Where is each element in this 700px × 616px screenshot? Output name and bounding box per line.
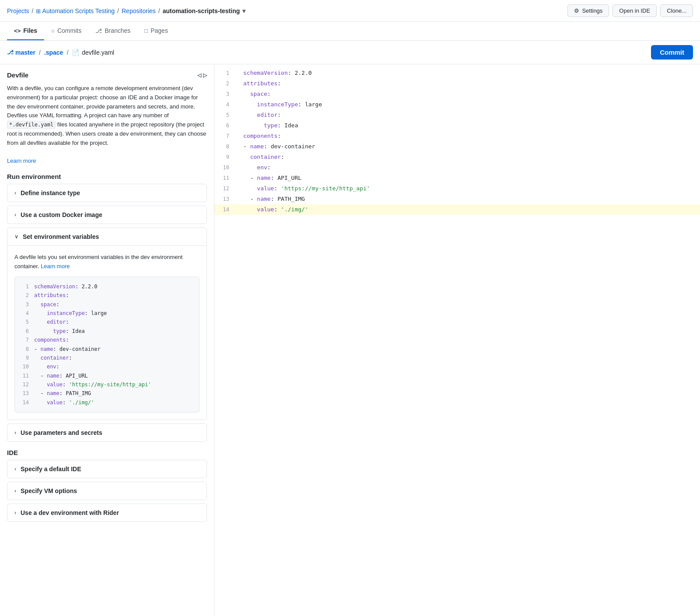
ide-heading: IDE xyxy=(7,449,207,456)
code-line-6: 6 type: Idea xyxy=(214,120,700,131)
code-line-13: 13 - name: PATH_IMG xyxy=(214,194,700,204)
code-line-3: 3 space: xyxy=(214,89,700,99)
mini-code-line-11: 11 - name: API_URL xyxy=(20,371,194,380)
accordion-env-vars-content: A devfile lets you set environment varia… xyxy=(7,246,206,420)
run-env-heading: Run environment xyxy=(7,173,207,180)
breadcrumb: Projects / ⊞ Automation Scripts Testing … xyxy=(7,7,245,14)
chevron-right-icon-3: › xyxy=(14,430,16,436)
accordion-vm-options-header[interactable]: › Specify VM options xyxy=(7,482,206,500)
mini-code-line-3: 3 space: xyxy=(20,300,194,309)
tab-commits[interactable]: ○ Commits xyxy=(44,22,88,40)
settings-icon: ⚙ xyxy=(574,7,579,14)
code-line-5: 5 editor: xyxy=(214,110,700,120)
sep1: / xyxy=(32,7,34,14)
file-path-bar: ⎇ master / .space / 📄 devfile.yaml Commi… xyxy=(0,41,700,64)
accordion-custom-docker: › Use a custom Docker image xyxy=(7,206,207,224)
code-line-14: 14 value: './img/' xyxy=(214,204,700,215)
space-name: .space xyxy=(44,49,63,56)
accordion-custom-docker-header[interactable]: › Use a custom Docker image xyxy=(7,206,206,224)
mini-code-line-7: 7components: xyxy=(20,336,194,344)
commits-icon: ○ xyxy=(51,28,55,34)
top-actions: ⚙ Settings Open in IDE Clone... xyxy=(567,4,693,17)
code-line-10: 10 env: xyxy=(214,162,700,173)
path-sep: / xyxy=(39,49,41,56)
chevron-right-icon-2: › xyxy=(14,212,16,218)
code-snippet-inline: *.devfile.yaml xyxy=(7,121,56,129)
files-icon: <> xyxy=(14,28,21,34)
mini-code-line-13: 13 - name: PATH_IMG xyxy=(20,389,194,398)
sep3: / xyxy=(158,7,160,14)
panel-description: With a devfile, you can configure a remo… xyxy=(7,84,207,166)
chevron-right-icon: › xyxy=(14,190,16,196)
mini-code-line-6: 6 type: Idea xyxy=(20,327,194,336)
project-icon: ⊞ xyxy=(36,8,41,14)
accordion-default-ide-header[interactable]: › Specify a default IDE xyxy=(7,460,206,478)
code-line-2: 2 attributes: xyxy=(214,78,700,89)
accordion-env-vars: ∨ Set environment variables A devfile le… xyxy=(7,228,207,420)
settings-button[interactable]: ⚙ Settings xyxy=(567,4,609,17)
projects-link[interactable]: Projects xyxy=(7,7,29,14)
left-panel: Devfile ◁ ▷ With a devfile, you can conf… xyxy=(0,64,214,616)
accordion-rider: › Use a dev environment with Rider xyxy=(7,504,207,522)
sep2: / xyxy=(117,7,119,14)
mini-code-line-14: 14 value: './img/' xyxy=(20,398,194,407)
tab-pages[interactable]: □ Pages xyxy=(137,22,175,40)
mini-code-line-4: 4 instanceType: large xyxy=(20,309,194,318)
tabs-bar: <> Files ○ Commits ⎇ Branches □ Pages xyxy=(0,22,700,41)
env-vars-learn-more-link[interactable]: Learn more xyxy=(41,263,70,270)
repo-name: automation-scripts-testing ▾ xyxy=(163,7,246,14)
panel-collapse-icons[interactable]: ◁ ▷ xyxy=(197,72,207,78)
open-in-ide-button[interactable]: Open in IDE xyxy=(612,4,657,17)
project-name-link[interactable]: ⊞ Automation Scripts Testing xyxy=(36,7,115,14)
repositories-link[interactable]: Repositories xyxy=(122,7,156,14)
accordion-params-secrets-header[interactable]: › Use parameters and secrets xyxy=(7,424,206,441)
code-line-1: 1 schemaVersion: 2.2.0 xyxy=(214,68,700,78)
mini-code-line-10: 10 env: xyxy=(20,362,194,371)
chevron-down-icon: ∨ xyxy=(14,234,18,240)
chevron-right-icon-6: › xyxy=(14,510,16,516)
code-editor: 1 schemaVersion: 2.2.0 2 attributes: 3 s… xyxy=(214,64,700,218)
tab-branches[interactable]: ⎇ Branches xyxy=(88,22,137,40)
mini-code-line-9: 9 container: xyxy=(20,354,194,362)
code-line-9: 9 container: xyxy=(214,152,700,162)
accordion-params-secrets: › Use parameters and secrets xyxy=(7,424,207,442)
learn-more-1-link[interactable]: Learn more xyxy=(7,158,36,164)
commit-button[interactable]: Commit xyxy=(651,45,693,60)
path-sep2: / xyxy=(66,49,68,56)
right-panel: 1 schemaVersion: 2.2.0 2 attributes: 3 s… xyxy=(214,64,700,616)
code-line-11: 11 - name: API_URL xyxy=(214,173,700,183)
accordion-rider-header[interactable]: › Use a dev environment with Rider xyxy=(7,504,206,522)
file-name: 📄 devfile.yaml xyxy=(72,49,114,56)
accordion-default-ide: › Specify a default IDE xyxy=(7,460,207,478)
mini-code-line-1: 1schemaVersion: 2.2.0 xyxy=(20,282,194,291)
mini-code-line-2: 2attributes: xyxy=(20,291,194,300)
code-line-8: 8 - name: dev-container xyxy=(214,141,700,152)
pages-icon: □ xyxy=(144,28,148,34)
tab-files[interactable]: <> Files xyxy=(7,22,44,40)
file-icon: 📄 xyxy=(72,49,79,56)
main-layout: Devfile ◁ ▷ With a devfile, you can conf… xyxy=(0,64,700,616)
clone-button[interactable]: Clone... xyxy=(660,4,693,17)
chevron-right-icon-4: › xyxy=(14,466,16,472)
code-line-4: 4 instanceType: large xyxy=(214,99,700,110)
top-nav: Projects / ⊞ Automation Scripts Testing … xyxy=(0,0,700,22)
accordion-define-instance: › Define instance type xyxy=(7,184,207,202)
accordion-vm-options: › Specify VM options xyxy=(7,482,207,500)
chevron-right-icon-5: › xyxy=(14,488,16,494)
mini-code-line-8: 8- name: dev-container xyxy=(20,345,194,354)
branches-icon: ⎇ xyxy=(95,28,102,34)
accordion-define-instance-header[interactable]: › Define instance type xyxy=(7,184,206,202)
accordion-env-vars-header[interactable]: ∨ Set environment variables xyxy=(7,228,206,246)
mini-code-block: 1schemaVersion: 2.2.0 2attributes: 3 spa… xyxy=(14,276,200,413)
repo-dropdown-icon[interactable]: ▾ xyxy=(242,7,245,14)
branch-name[interactable]: ⎇ master xyxy=(7,49,35,56)
code-line-12: 12 value: 'https://my-site/http_api' xyxy=(214,183,700,194)
panel-title: Devfile ◁ ▷ xyxy=(7,71,207,79)
mini-code-line-5: 5 editor: xyxy=(20,318,194,326)
file-path-left: ⎇ master / .space / 📄 devfile.yaml xyxy=(7,49,114,56)
code-line-7: 7 components: xyxy=(214,131,700,141)
mini-code-line-12: 12 value: 'https://my-site/http_api' xyxy=(20,380,194,389)
